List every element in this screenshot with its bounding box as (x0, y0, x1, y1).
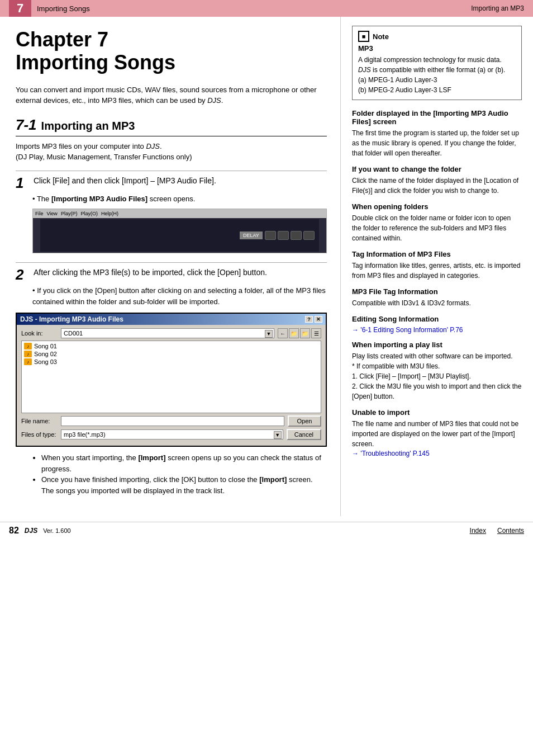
sidebar-heading-7: When importing a play list (352, 341, 522, 349)
footer-contents-link[interactable]: Contents (497, 527, 524, 535)
step-2-extra-bullets: When you start importing, the [Import] s… (32, 452, 327, 496)
footer-left: 82 DJS Ver. 1.600 (9, 526, 71, 536)
step-1-number: 1 (16, 176, 28, 190)
file-item-1[interactable]: ♪ Song 01 (24, 342, 318, 350)
sidebar-import-playlist: When importing a play list Play lists cr… (352, 341, 522, 401)
look-in-select[interactable]: CD001 ▼ (61, 328, 274, 338)
dialog-nav-buttons: ← 📁 📁 ☰ (278, 328, 321, 338)
bullet-import-progress: When you start importing, the [Import] s… (41, 452, 327, 474)
sidebar-playlist-item-2: 2. Click the M3U file you wish to import… (352, 381, 522, 401)
file-item-2[interactable]: ♪ Song 02 (24, 350, 318, 358)
screenshot-djs: File View Play(P) Play(O) Help(H) DELAY (32, 209, 327, 253)
file-name-2: Song 02 (34, 351, 57, 357)
file-name-3: Song 03 (34, 358, 57, 365)
cancel-button[interactable]: Cancel (287, 429, 321, 440)
note-item-a: (a) MPEG-1 Audio Layer-3 (358, 75, 516, 85)
sidebar-text-7: Play lists created with other software c… (352, 351, 522, 361)
step-1-header: 1 Click [File] and then click [Import] –… (16, 176, 327, 190)
dialog-look-in-row: Look in: CD001 ▼ ← 📁 📁 ☰ (21, 328, 321, 338)
nav-view-btn[interactable]: ☰ (311, 328, 321, 338)
note-box: ■ Note MP3 A digital compression technol… (352, 26, 522, 100)
dialog-title-icons: ? ✕ (305, 316, 322, 323)
sidebar-playlist-item-1: 1. Click [File] – [Import] – [M3U Playli… (352, 371, 522, 381)
sidebar-text-5: Compatible with ID3v1 & ID3v2 formats. (352, 298, 522, 308)
sidebar-heading-4: Tag Information of MP3 Files (352, 250, 522, 258)
left-column: Chapter 7 Importing Songs You can conver… (0, 17, 341, 516)
nav-new-btn[interactable]: 📁 (300, 328, 310, 338)
file-item-3[interactable]: ♪ Song 03 (24, 358, 318, 366)
sidebar-heading-8: Unable to import (352, 408, 522, 417)
chapter-intro: You can convert and import music CDs, WA… (16, 84, 327, 106)
file-name-1: Song 01 (34, 343, 57, 349)
sidebar-text-2: Click the name of the folder displayed i… (352, 176, 522, 196)
header-left: 7 Importing Songs (9, 0, 90, 17)
sidebar-folder-display: Folder displayed in the [Importing MP3 A… (352, 109, 522, 158)
file-type-select[interactable]: mp3 file(*.mp3) ▼ (61, 429, 283, 440)
sidebar-text-4: Tag information like titles, genres, art… (352, 261, 522, 281)
dialog-title-text: DJS - Importing MP3 Audio Files (20, 315, 123, 323)
note-header: ■ Note (358, 31, 516, 42)
open-button[interactable]: Open (288, 415, 321, 427)
step-2-bullet1: • If you click on the [Open] button afte… (32, 285, 327, 307)
troubleshooting-link[interactable]: → 'Troubleshooting' P.145 (352, 450, 430, 457)
chapter-title: Chapter 7 Importing Songs (16, 28, 327, 74)
step-2-number: 2 (16, 267, 28, 282)
right-column: ■ Note MP3 A digital compression technol… (341, 17, 533, 516)
sidebar-heading-6: Editing Song Information (352, 315, 522, 323)
footer-version: Ver. 1.600 (43, 527, 71, 534)
file-type-value: mp3 file(*.mp3) (64, 431, 106, 438)
file-icon-1: ♪ (24, 343, 32, 349)
sidebar-heading-1: Folder displayed in the [Importing MP3 A… (352, 109, 522, 126)
file-name-label: File name: (21, 418, 58, 424)
sidebar-text-3: Double click on the folder name or folde… (352, 213, 522, 243)
sidebar-change-folder: If you want to change the folder Click t… (352, 165, 522, 196)
sidebar-text-8: The file name and number of MP3 files th… (352, 419, 522, 449)
section-heading: 7-1 Importing an MP3 (16, 116, 327, 136)
sidebar-heading-3: When opening folders (352, 202, 522, 211)
footer-index-link[interactable]: Index (470, 527, 486, 535)
file-icon-3: ♪ (24, 358, 32, 365)
dialog-file-list[interactable]: ♪ Song 01 ♪ Song 02 ♪ Song 03 (21, 341, 321, 413)
arrow-icon-1: → (352, 326, 359, 334)
note-title: Note (373, 32, 389, 41)
look-in-arrow: ▼ (265, 330, 273, 338)
nav-back-btn[interactable]: ← (278, 328, 288, 338)
look-in-label: Look in: (21, 330, 58, 337)
step-2-text: After clicking the MP3 file(s) to be imp… (34, 267, 267, 278)
dialog-close-btn[interactable]: ✕ (315, 316, 322, 323)
sidebar-mp3-tag: MP3 File Tag Information Compatible with… (352, 287, 522, 308)
sidebar-text-1: The first time the program is started up… (352, 128, 522, 158)
editing-song-link[interactable]: → '6-1 Editing Song Information' P.76 (352, 326, 463, 334)
footer-right: Index Contents (470, 527, 524, 535)
chapter-number-badge: 7 (9, 0, 31, 17)
dialog-question-btn[interactable]: ? (305, 316, 313, 323)
step-1-text: Click [File] and then click [Import] – [… (34, 176, 216, 187)
nav-up-btn[interactable]: 📁 (289, 328, 299, 338)
section-subtext: Imports MP3 files on your computer into … (16, 141, 327, 163)
sidebar-unable-import: Unable to import The file name and numbe… (352, 408, 522, 457)
note-body: A digital compression technology for mus… (358, 55, 516, 75)
import-dialog: DJS - Importing MP3 Audio Files ? ✕ Look… (16, 313, 327, 447)
sidebar-editing-song: Editing Song Information → '6-1 Editing … (352, 315, 522, 334)
note-icon: ■ (358, 31, 369, 42)
file-name-input[interactable] (61, 416, 284, 426)
footer: 82 DJS Ver. 1.600 Index Contents (0, 522, 533, 539)
page-number: 82 (9, 526, 19, 536)
file-type-label: Files of type: (21, 431, 58, 438)
header-bar: 7 Importing Songs Importing an MP3 (0, 0, 533, 17)
step-1: 1 Click [File] and then click [Import] –… (16, 171, 327, 254)
file-type-arrow: ▼ (274, 431, 282, 439)
troubleshooting-link-text: 'Troubleshooting' P.145 (360, 450, 429, 457)
section-number: 7-1 (16, 116, 37, 134)
sidebar-heading-2: If you want to change the folder (352, 165, 522, 173)
page-content: Chapter 7 Importing Songs You can conver… (0, 17, 533, 516)
section-title: Importing an MP3 (41, 120, 135, 133)
sidebar-playlist-item-star: * If compatible with M3U files. (352, 361, 522, 371)
header-left-label: Importing Songs (37, 4, 90, 13)
step-1-bullet: • The [Importing MP3 Audio Files] screen… (32, 193, 327, 205)
arrow-icon-2: → (352, 450, 359, 457)
footer-brand: DJS (25, 527, 37, 535)
file-name-row: File name: Open (21, 415, 321, 427)
file-icon-2: ♪ (24, 351, 32, 357)
look-in-value: CD001 (64, 330, 83, 337)
